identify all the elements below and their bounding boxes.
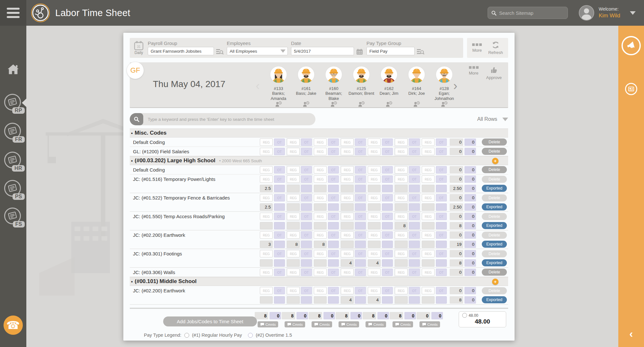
reg-hours-input[interactable] (422, 269, 435, 276)
ot-hours-input[interactable] (436, 213, 447, 220)
ot-hours-input[interactable] (355, 231, 366, 239)
employees-select[interactable] (227, 47, 288, 55)
employee-column[interactable]: #161Bass; Jake (292, 66, 320, 109)
ot-hours-input[interactable] (382, 194, 393, 201)
ot-hours-input[interactable] (355, 138, 366, 146)
announcements-button[interactable] (622, 36, 641, 55)
ot-hours-input[interactable] (301, 194, 312, 201)
ot-hours-input[interactable] (301, 148, 312, 155)
reg-hours-input[interactable] (260, 175, 273, 183)
ot-hours-input[interactable] (274, 213, 285, 220)
ot-hours-input[interactable] (328, 287, 339, 294)
ot-hours-input[interactable] (436, 175, 447, 183)
assign-time-icon[interactable] (292, 101, 320, 109)
lookup-icon[interactable] (417, 48, 424, 55)
reg-hours-input[interactable] (287, 166, 300, 174)
user-menu-caret-icon[interactable] (630, 11, 636, 15)
reg-hours-input[interactable] (368, 148, 381, 155)
ot-hours-input[interactable] (436, 287, 447, 294)
assign-time-icon[interactable] (348, 101, 375, 109)
reg-hours-input[interactable] (341, 175, 354, 183)
reg-hours-input[interactable] (260, 138, 273, 146)
sidebar-item-ps[interactable]: PS (0, 180, 26, 198)
comments-button[interactable]: Cmnts (419, 321, 440, 327)
exported-badge[interactable]: Exported (482, 259, 507, 266)
reg-hours-input[interactable] (368, 231, 381, 239)
ot-hours-input[interactable] (436, 250, 447, 257)
reg-hours-input[interactable] (422, 287, 435, 294)
ot-hours-input[interactable] (382, 148, 393, 155)
comments-button[interactable]: Cmnts (312, 321, 332, 327)
ot-hours-input[interactable] (274, 287, 285, 294)
reg-hours-input[interactable] (395, 213, 408, 220)
approve-button[interactable]: Approve (486, 66, 502, 80)
employee-avatar[interactable] (375, 66, 403, 85)
search-button[interactable] (130, 113, 143, 125)
reg-hours-input[interactable] (368, 166, 381, 174)
ot-hours-input[interactable] (436, 269, 447, 276)
user-avatar[interactable] (579, 5, 594, 21)
ot-hours-input[interactable] (328, 231, 339, 239)
reg-hours-input[interactable] (260, 166, 273, 174)
comments-button[interactable]: Cmnts (339, 321, 359, 327)
ot-hours-input[interactable] (328, 250, 339, 257)
ot-hours-input[interactable] (409, 148, 420, 155)
reg-hours-input[interactable] (260, 148, 273, 155)
reg-hours-input[interactable] (314, 194, 327, 201)
ot-hours-input[interactable] (301, 213, 312, 220)
grand-total-radio[interactable] (462, 313, 467, 318)
next-employees-chevron[interactable]: › (453, 79, 457, 93)
add-code-button[interactable]: + (492, 158, 498, 164)
collapse-panel-chevron[interactable]: ‹ (618, 327, 644, 340)
ot-hours-input[interactable] (382, 287, 393, 294)
assign-time-icon[interactable] (403, 101, 430, 109)
reg-hours-input[interactable] (422, 213, 435, 220)
reg-hours-input[interactable] (314, 269, 327, 276)
reg-hours-input[interactable] (314, 175, 327, 183)
ot-hours-input[interactable] (409, 213, 420, 220)
reg-hours-input[interactable] (341, 166, 354, 174)
reg-hours-input[interactable] (422, 148, 435, 155)
sidebar-item-home[interactable] (0, 64, 26, 75)
news-button[interactable] (625, 83, 637, 95)
reg-hours-input[interactable] (260, 194, 273, 201)
reg-hours-input[interactable] (395, 231, 408, 239)
sidebar-item-rp[interactable]: RP (0, 94, 26, 112)
menu-button[interactable] (0, 0, 26, 26)
ot-hours-input[interactable] (355, 194, 366, 201)
reg-hours-input[interactable] (260, 231, 273, 239)
ot-hours-input[interactable] (274, 148, 285, 155)
assign-time-icon[interactable] (320, 101, 348, 109)
assign-time-icon[interactable] (430, 101, 458, 109)
ot-hours-input[interactable] (382, 250, 393, 257)
reg-hours-input[interactable] (368, 194, 381, 201)
reg-hours-input[interactable] (260, 213, 273, 220)
reg-hours-input[interactable] (395, 148, 408, 155)
reg-hours-input[interactable] (341, 250, 354, 257)
comments-button[interactable]: Cmnts (366, 321, 386, 327)
employee-avatar[interactable] (403, 66, 430, 85)
reg-hours-input[interactable] (314, 138, 327, 146)
reg-hours-input[interactable] (368, 269, 381, 276)
reg-hours-input[interactable] (341, 194, 354, 201)
ot-hours-input[interactable] (355, 166, 366, 174)
employee-avatar[interactable] (320, 66, 348, 85)
ot-hours-input[interactable] (382, 166, 393, 174)
reg-hours-input[interactable] (422, 194, 435, 201)
refresh-button[interactable]: Refresh (488, 41, 503, 55)
ot-hours-input[interactable] (328, 138, 339, 146)
reg-hours-input[interactable] (395, 250, 408, 257)
reg-hours-input[interactable] (368, 175, 381, 183)
comments-button[interactable]: Cmnts (258, 321, 278, 327)
reg-hours-input[interactable] (341, 287, 354, 294)
ot-hours-input[interactable] (436, 231, 447, 239)
employee-avatar[interactable] (265, 66, 292, 85)
contact-phone-button[interactable]: ☎ (4, 316, 23, 335)
reg-hours-input[interactable] (287, 194, 300, 201)
delete-row-button[interactable]: Delete (482, 166, 507, 173)
add-jobs-button[interactable]: Add Jobs/Codes to Time Sheet (163, 316, 257, 326)
ot-hours-input[interactable] (328, 148, 339, 155)
reg-hours-input[interactable] (395, 287, 408, 294)
reg-hours-input[interactable] (260, 269, 273, 276)
ot-hours-input[interactable] (409, 175, 420, 183)
